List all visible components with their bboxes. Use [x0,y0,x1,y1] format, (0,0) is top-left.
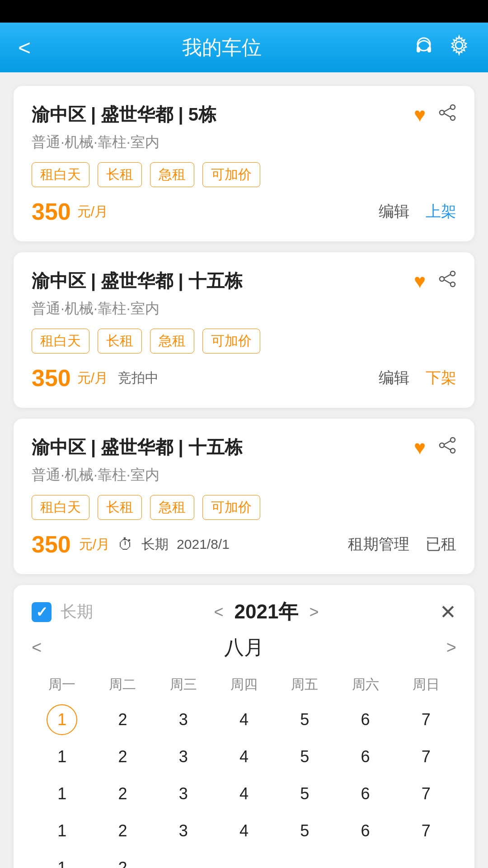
cal-day-r4c5[interactable]: 5 [274,813,335,849]
cal-day-r2c3[interactable]: 3 [153,739,214,774]
weekday-fri: 周五 [274,672,335,698]
calendar-grid: 周一 周二 周三 周四 周五 周六 周日 1 2 3 4 5 6 7 1 2 3… [32,672,456,868]
tag-price-add-1: 可加价 [202,162,260,187]
cal-day-r5c5 [274,850,335,868]
weekday-tue: 周二 [92,672,153,698]
cal-day-r2c5[interactable]: 5 [274,739,335,774]
cal-day-r5c2[interactable]: 2 [92,850,153,868]
cal-day-r5c1[interactable]: 1 [32,850,92,868]
card1-edit-btn[interactable]: 编辑 [379,201,409,222]
cal-day-r2c1[interactable]: 1 [32,739,92,774]
cal-day-r4c4[interactable]: 4 [214,813,274,849]
svg-point-5 [450,116,455,120]
cal-day-r1c7[interactable]: 7 [396,702,456,737]
card3-long-term: 长期 [141,535,169,554]
tag-rent-day-1: 租白天 [32,162,89,187]
svg-point-15 [450,448,455,453]
headphone-icon[interactable] [413,34,435,61]
parking-card-3: 渝中区 | 盛世华都 | 十五栋 ♥ 普通·机械·靠柱·室内 租白天 长租 急租 [14,419,474,574]
cal-day-r3c1[interactable]: 1 [32,776,92,811]
cal-day-r5c4 [214,850,274,868]
cal-day-r1c5[interactable]: 5 [274,702,335,737]
tag-price-add-3: 可加价 [202,495,260,520]
svg-line-18 [444,446,450,450]
long-term-label: 长期 [61,601,93,623]
svg-point-14 [450,438,455,442]
share-icon-3[interactable] [438,436,456,459]
card2-price-unit: 元/月 [77,369,108,387]
card2-action-btn[interactable]: 下架 [426,368,456,388]
cal-day-r3c7[interactable]: 7 [396,776,456,811]
tag-urgent-rent-2: 急租 [150,329,194,354]
weekday-mon: 周一 [32,672,92,698]
parking-card-2: 渝中区 | 盛世华都 | 十五栋 ♥ 普通·机械·靠柱·室内 租白天 长租 急租 [14,252,474,408]
cal-day-r1c3[interactable]: 3 [153,702,214,737]
parking-card-1: 渝中区 | 盛世华都 | 5栋 ♥ 普通·机械·靠柱·室内 租白天 长租 急租 [14,86,474,241]
cal-day-r4c3[interactable]: 3 [153,813,214,849]
card1-action-btn[interactable]: 上架 [426,201,456,222]
tag-long-rent-1: 长租 [98,162,142,187]
card1-price: 350 [32,198,71,225]
cal-day-r2c6[interactable]: 6 [335,739,395,774]
calendar-panel: ✓ 长期 < 2021年 > ✕ < 八月 > 周一 周二 周三 周四 周五 周… [14,585,474,868]
card1-title: 渝中区 | 盛世华都 | 5栋 [32,102,216,127]
svg-point-11 [440,277,444,281]
long-term-checkbox[interactable]: ✓ [32,602,52,622]
share-icon-2[interactable] [438,270,456,292]
cal-day-r3c3[interactable]: 3 [153,776,214,811]
svg-line-17 [444,441,450,444]
header-icons [413,34,470,61]
cal-day-r5c6 [335,850,395,868]
cal-day-r1c6[interactable]: 6 [335,702,395,737]
cal-day-r2c4[interactable]: 4 [214,739,274,774]
favorite-icon-3[interactable]: ♥ [414,436,426,459]
tag-long-rent-3: 长租 [98,495,142,520]
gear-icon[interactable] [448,34,470,61]
tag-rent-day-3: 租白天 [32,495,89,520]
cal-day-r4c6[interactable]: 6 [335,813,395,849]
svg-point-9 [450,271,455,276]
weekday-thu: 周四 [214,672,274,698]
next-month-btn[interactable]: > [446,638,456,657]
back-button[interactable]: < [18,35,31,60]
cal-day-r2c7[interactable]: 7 [396,739,456,774]
cal-day-r4c1[interactable]: 1 [32,813,92,849]
cal-day-r3c4[interactable]: 4 [214,776,274,811]
cal-day-r5c7 [396,850,456,868]
card3-rent-period-btn[interactable]: 租期管理 [348,534,409,555]
prev-month-btn[interactable]: < [32,638,42,657]
cal-day-r1c1[interactable]: 1 [32,702,92,737]
clock-icon-3: ⏱ [118,536,133,553]
card2-edit-btn[interactable]: 编辑 [379,368,409,388]
status-bar [0,0,488,23]
cal-day-r3c5[interactable]: 5 [274,776,335,811]
close-calendar-btn[interactable]: ✕ [440,600,456,623]
cal-day-r1c4[interactable]: 4 [214,702,274,737]
weekday-sat: 周六 [335,672,395,698]
card1-price-unit: 元/月 [77,203,108,221]
favorite-icon-2[interactable]: ♥ [414,270,426,292]
weekday-sun: 周日 [396,672,456,698]
tag-urgent-rent-1: 急租 [150,162,194,187]
svg-point-4 [450,105,455,109]
tag-long-rent-2: 长租 [98,329,142,354]
next-year-btn[interactable]: > [309,603,319,622]
cal-day-r4c2[interactable]: 2 [92,813,153,849]
card2-subtitle: 普通·机械·靠柱·室内 [32,299,456,319]
svg-point-16 [440,443,444,448]
cal-day-r3c2[interactable]: 2 [92,776,153,811]
prev-year-btn[interactable]: < [214,603,224,622]
card1-subtitle: 普通·机械·靠柱·室内 [32,132,456,152]
svg-point-3 [455,42,463,49]
share-icon-1[interactable] [438,104,456,126]
cal-day-r1c2[interactable]: 2 [92,702,153,737]
cal-day-r2c2[interactable]: 2 [92,739,153,774]
card2-bid-badge: 竞拍中 [118,369,159,387]
tag-rent-day-2: 租白天 [32,329,89,354]
favorite-icon-1[interactable]: ♥ [414,104,426,126]
cal-day-r3c6[interactable]: 6 [335,776,395,811]
cards-container: 渝中区 | 盛世华都 | 5栋 ♥ 普通·机械·靠柱·室内 租白天 长租 急租 [0,72,488,574]
cal-day-r4c7[interactable]: 7 [396,813,456,849]
tag-urgent-rent-3: 急租 [150,495,194,520]
card3-title: 渝中区 | 盛世华都 | 十五栋 [32,435,243,460]
